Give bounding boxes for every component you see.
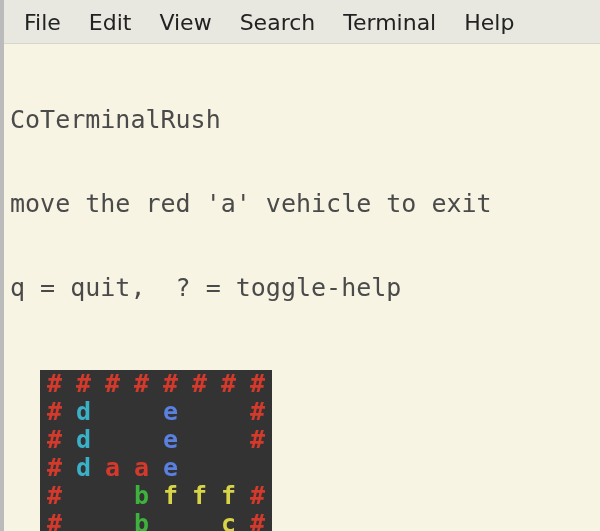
menu-file[interactable]: File (24, 10, 61, 35)
empty-cell (243, 454, 272, 482)
wall-cell: # (243, 398, 272, 426)
wall-cell: # (243, 482, 272, 510)
terminal-surface[interactable]: CoTerminalRush move the red 'a' vehicle … (4, 44, 600, 531)
wall-cell: # (214, 370, 243, 398)
wall-cell: # (243, 510, 272, 531)
piece-f-cell: f (185, 482, 214, 510)
menu-edit[interactable]: Edit (89, 10, 132, 35)
empty-cell (127, 426, 156, 454)
empty-cell (98, 482, 127, 510)
wall-cell: # (243, 370, 272, 398)
menu-help[interactable]: Help (464, 10, 514, 35)
menu-bar: File Edit View Search Terminal Help (4, 0, 600, 44)
empty-cell (156, 510, 185, 531)
empty-cell (98, 426, 127, 454)
wall-cell: # (185, 370, 214, 398)
wall-cell: # (69, 370, 98, 398)
piece-a-cell: a (127, 454, 156, 482)
piece-b-cell: b (127, 482, 156, 510)
game-board: #########d e ##d e ##daae # bfff## b c##… (40, 370, 272, 531)
empty-cell (214, 426, 243, 454)
piece-d-cell: d (69, 454, 98, 482)
empty-cell (69, 510, 98, 531)
board-row: #d e # (40, 398, 272, 426)
wall-cell: # (40, 370, 69, 398)
empty-cell (69, 482, 98, 510)
wall-cell: # (40, 426, 69, 454)
empty-cell (127, 398, 156, 426)
wall-cell: # (156, 370, 185, 398)
empty-cell (185, 454, 214, 482)
game-title: CoTerminalRush (10, 106, 598, 134)
piece-d-cell: d (69, 426, 98, 454)
empty-cell (185, 510, 214, 531)
board-row: # b c# (40, 510, 272, 531)
piece-e-cell: e (156, 398, 185, 426)
board-row: # bfff# (40, 482, 272, 510)
piece-e-cell: e (156, 454, 185, 482)
board-row: #daae (40, 454, 272, 482)
wall-cell: # (40, 398, 69, 426)
board-row: #d e # (40, 426, 272, 454)
piece-a-cell: a (98, 454, 127, 482)
empty-cell (98, 398, 127, 426)
wall-cell: # (127, 370, 156, 398)
empty-cell (214, 454, 243, 482)
piece-e-cell: e (156, 426, 185, 454)
wall-cell: # (40, 482, 69, 510)
empty-cell (214, 398, 243, 426)
piece-c-cell: c (214, 510, 243, 531)
wall-cell: # (40, 454, 69, 482)
menu-terminal[interactable]: Terminal (343, 10, 436, 35)
menu-view[interactable]: View (159, 10, 211, 35)
empty-cell (185, 426, 214, 454)
empty-cell (185, 398, 214, 426)
game-instructions: move the red 'a' vehicle to exit (10, 190, 598, 218)
empty-cell (98, 510, 127, 531)
wall-cell: # (98, 370, 127, 398)
wall-cell: # (40, 510, 69, 531)
wall-cell: # (243, 426, 272, 454)
piece-f-cell: f (214, 482, 243, 510)
piece-f-cell: f (156, 482, 185, 510)
board-row: ######## (40, 370, 272, 398)
menu-search[interactable]: Search (240, 10, 316, 35)
piece-b-cell: b (127, 510, 156, 531)
game-key-help: q = quit, ? = toggle-help (10, 274, 598, 302)
piece-d-cell: d (69, 398, 98, 426)
